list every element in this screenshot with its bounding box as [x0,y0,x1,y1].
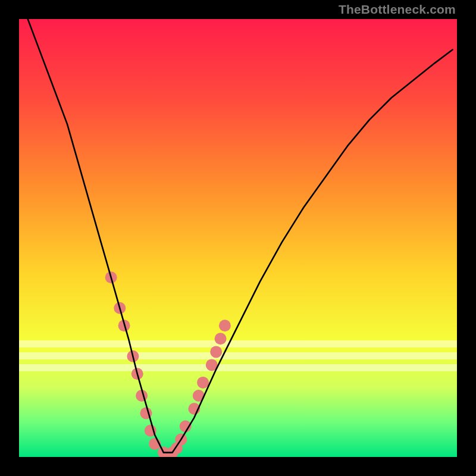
data-marker [219,320,231,331]
gradient-plot-area [19,19,457,457]
outer-black-frame: TheBottleneck.com [0,0,476,476]
watermark-text: TheBottleneck.com [339,2,456,17]
data-marker [215,333,227,345]
data-marker [197,377,209,389]
data-marker [210,346,222,358]
chart-svg [19,19,457,457]
bottleneck-curve-path [28,19,453,453]
marker-layer [105,271,231,457]
